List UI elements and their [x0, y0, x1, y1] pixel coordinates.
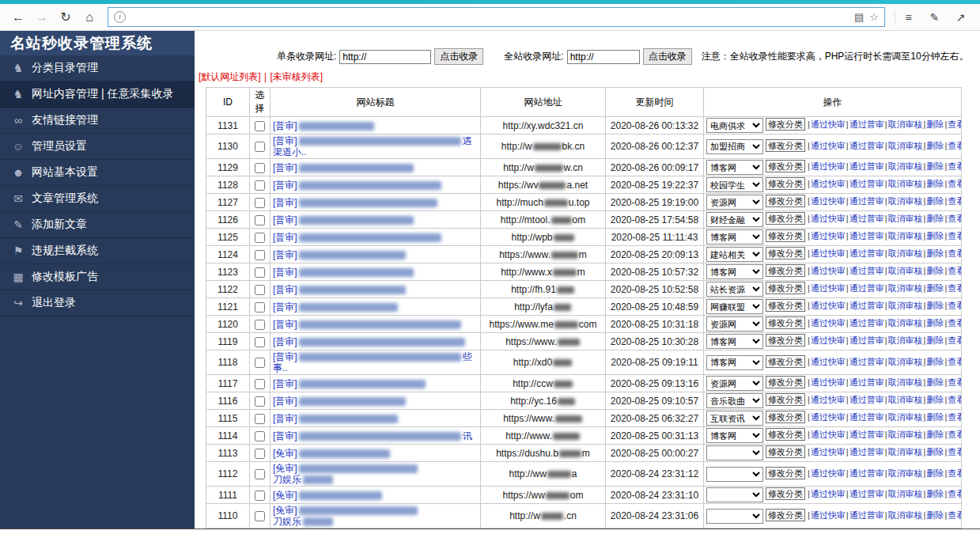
op-pass-normal-review[interactable]: 通过普审 [849, 196, 884, 206]
op-modify-category-button[interactable]: 修改分类 [766, 334, 805, 347]
unreviewed-list-link[interactable]: [未审核列表] [270, 71, 323, 82]
default-list-link[interactable]: [默认网址列表] [199, 71, 261, 82]
category-select[interactable] [706, 509, 763, 524]
review-tag-link[interactable]: [普审] [273, 430, 297, 441]
review-tag-link[interactable]: [普审] [273, 351, 297, 362]
reading-view-icon[interactable]: ▤ [854, 11, 864, 23]
op-modify-category-button[interactable]: 修改分类 [766, 428, 805, 441]
row-select-checkbox[interactable] [255, 396, 265, 407]
op-delete[interactable]: 删除 [926, 119, 944, 129]
op-modify-category-button[interactable]: 修改分类 [766, 139, 805, 152]
op-delete[interactable]: 删除 [926, 357, 944, 366]
category-select[interactable] [706, 467, 763, 482]
op-modify-category-button[interactable]: 修改分类 [766, 445, 805, 458]
op-pass-fast-review[interactable]: 通过快审 [811, 335, 846, 345]
op-delete[interactable]: 删除 [926, 510, 944, 520]
row-select-checkbox[interactable] [255, 414, 265, 424]
category-select[interactable]: 互联资讯 [706, 411, 763, 426]
op-pass-fast-review[interactable]: 通过快审 [811, 161, 846, 171]
row-select-checkbox[interactable] [255, 198, 265, 208]
op-modify-category-button[interactable]: 修改分类 [766, 393, 805, 406]
review-tag-link[interactable]: [免审] [273, 448, 297, 459]
op-delete[interactable]: 删除 [926, 447, 944, 457]
op-delete[interactable]: 删除 [926, 248, 944, 258]
op-pass-fast-review[interactable]: 通过快审 [811, 231, 846, 241]
op-view[interactable]: 查看 [948, 412, 961, 422]
category-select[interactable] [706, 487, 763, 502]
review-tag-link[interactable]: [普审] [273, 120, 297, 131]
op-modify-category-button[interactable]: 修改分类 [766, 487, 805, 500]
op-pass-normal-review[interactable]: 通过普审 [849, 468, 884, 478]
op-cancel-review[interactable]: 取消审核 [888, 447, 923, 457]
op-modify-category-button[interactable]: 修改分类 [766, 264, 805, 277]
op-view[interactable]: 查看 [948, 489, 961, 498]
op-modify-category-button[interactable]: 修改分类 [766, 247, 805, 260]
op-view[interactable]: 查看 [948, 335, 961, 345]
op-view[interactable]: 查看 [948, 214, 961, 223]
op-view[interactable]: 查看 [948, 357, 961, 366]
op-view[interactable]: 查看 [948, 161, 961, 171]
row-select-checkbox[interactable] [255, 358, 265, 368]
category-select[interactable]: 站长资源 [706, 282, 763, 297]
op-modify-category-button[interactable]: 修改分类 [766, 355, 805, 368]
op-delete[interactable]: 删除 [926, 489, 944, 498]
op-modify-category-button[interactable]: 修改分类 [766, 177, 805, 190]
review-tag-link[interactable]: [免审] [273, 505, 297, 516]
op-pass-normal-review[interactable]: 通过普审 [849, 395, 884, 404]
op-cancel-review[interactable]: 取消审核 [888, 141, 923, 150]
review-tag-link[interactable]: [免审] [273, 490, 297, 501]
row-select-checkbox[interactable] [255, 449, 265, 459]
op-pass-normal-review[interactable]: 通过普审 [849, 447, 884, 457]
op-pass-normal-review[interactable]: 通过普审 [849, 179, 884, 188]
op-pass-normal-review[interactable]: 通过普审 [849, 357, 884, 366]
category-select[interactable]: 博客网 [706, 160, 763, 175]
row-select-checkbox[interactable] [255, 267, 265, 278]
row-select-checkbox[interactable] [255, 215, 265, 225]
op-modify-category-button[interactable]: 修改分类 [766, 282, 805, 294]
op-view[interactable]: 查看 [948, 179, 961, 188]
refresh-button[interactable]: ↻ [54, 9, 78, 25]
category-select[interactable]: 资源网 [706, 316, 763, 332]
site-include-button[interactable]: 点击收录 [643, 48, 692, 65]
op-pass-fast-review[interactable]: 通过快审 [811, 318, 846, 328]
review-tag-link[interactable]: [普审] [273, 214, 297, 225]
op-cancel-review[interactable]: 取消审核 [888, 248, 923, 258]
op-delete[interactable]: 删除 [926, 196, 944, 206]
row-select-checkbox[interactable] [255, 285, 265, 295]
review-tag-link[interactable]: [普审] [273, 267, 297, 278]
site-url-input[interactable] [567, 50, 640, 64]
single-include-button[interactable]: 点击收录 [434, 48, 483, 65]
op-pass-normal-review[interactable]: 通过普审 [849, 283, 884, 293]
op-delete[interactable]: 删除 [926, 141, 944, 150]
sidebar-item-9[interactable]: ↪退出登录 [0, 290, 195, 316]
sidebar-item-8[interactable]: ▦修改模板广告 [0, 264, 195, 290]
op-cancel-review[interactable]: 取消审核 [888, 214, 923, 223]
annotate-pen-icon[interactable]: ✎ [921, 11, 948, 24]
op-delete[interactable]: 删除 [926, 214, 944, 223]
op-pass-normal-review[interactable]: 通过普审 [849, 335, 884, 345]
op-cancel-review[interactable]: 取消审核 [888, 301, 923, 310]
op-pass-fast-review[interactable]: 通过快审 [811, 214, 846, 223]
op-view[interactable]: 查看 [948, 231, 961, 241]
review-tag-link[interactable]: [普审] [273, 180, 297, 191]
review-tag-link[interactable]: [普审] [273, 396, 297, 407]
op-pass-fast-review[interactable]: 通过快审 [811, 248, 846, 258]
op-pass-fast-review[interactable]: 通过快审 [811, 412, 846, 422]
op-cancel-review[interactable]: 取消审核 [888, 430, 923, 439]
row-select-checkbox[interactable] [255, 379, 265, 389]
review-tag-link[interactable]: [普审] [273, 284, 297, 295]
single-url-input[interactable] [339, 50, 431, 64]
row-select-checkbox[interactable] [255, 431, 265, 441]
op-modify-category-button[interactable]: 修改分类 [766, 376, 805, 388]
info-icon[interactable]: i [114, 11, 126, 23]
row-select-checkbox[interactable] [255, 511, 265, 521]
op-delete[interactable]: 删除 [926, 377, 944, 387]
review-tag-link[interactable]: [普审] [273, 413, 297, 424]
address-bar[interactable]: i ▤ ☆ [108, 7, 885, 27]
review-tag-link[interactable]: [普审] [273, 162, 297, 173]
op-modify-category-button[interactable]: 修改分类 [766, 118, 805, 131]
op-cancel-review[interactable]: 取消审核 [888, 357, 923, 366]
op-view[interactable]: 查看 [948, 395, 961, 404]
op-cancel-review[interactable]: 取消审核 [888, 231, 923, 241]
row-select-checkbox[interactable] [255, 250, 265, 260]
